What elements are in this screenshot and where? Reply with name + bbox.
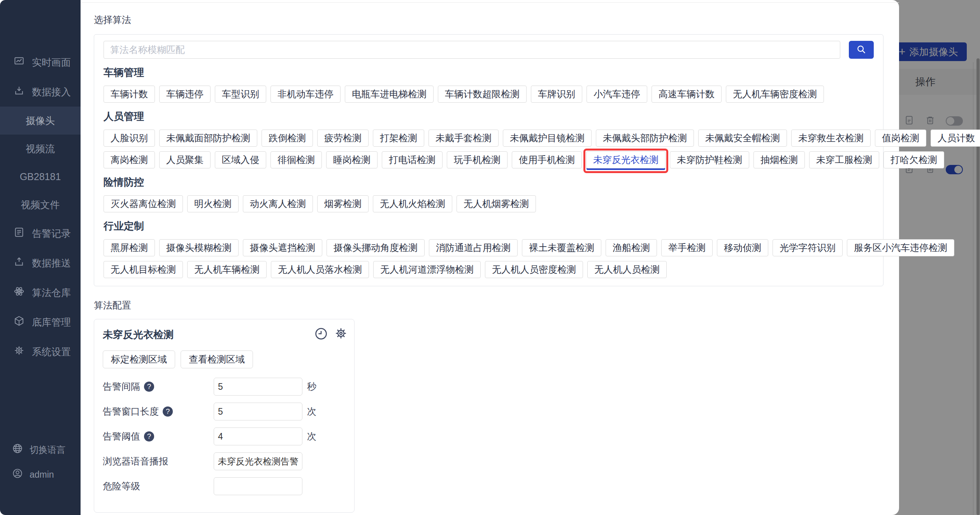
algorithm-chip[interactable]: 使用手机检测: [512, 151, 582, 168]
algorithm-chip[interactable]: 移动侦测: [717, 239, 768, 256]
algorithm-chip[interactable]: 未佩戴安全帽检测: [698, 130, 787, 147]
algorithm-chip[interactable]: 无人机车辆密度检测: [726, 86, 824, 103]
algorithm-chip[interactable]: 无人机人员密度检测: [485, 261, 583, 278]
algorithm-chip[interactable]: 摄像头遮挡检测: [243, 239, 322, 256]
sidebar-item-9[interactable]: 底库管理: [0, 307, 81, 337]
algorithm-chip[interactable]: 车牌识别: [531, 86, 582, 103]
sidebar-item-1[interactable]: 数据接入: [0, 77, 81, 107]
clock-icon[interactable]: [314, 326, 328, 343]
algorithm-chip[interactable]: 未戴手套检测: [429, 130, 499, 147]
gear-icon[interactable]: [334, 326, 348, 343]
algorithm-chip[interactable]: 车型识别: [215, 86, 266, 103]
algorithm-chip[interactable]: 车辆计数: [104, 86, 155, 103]
algorithm-chip[interactable]: 渔船检测: [606, 239, 657, 256]
chip-row: 车辆计数车辆违停车型识别非机动车违停电瓶车进电梯检测车辆计数超限检测车牌识别小汽…: [104, 86, 874, 103]
algorithm-chip[interactable]: 车辆违停: [159, 86, 211, 103]
field-input-4[interactable]: [214, 477, 302, 495]
algorithm-chip[interactable]: 人脸识别: [104, 130, 155, 147]
algorithm-chip[interactable]: 无人机人员检测: [587, 261, 667, 278]
algorithm-chip[interactable]: 无人机火焰检测: [373, 195, 452, 212]
algorithm-config-title: 算法配置: [94, 300, 883, 311]
algorithm-chip[interactable]: 消防通道占用检测: [429, 239, 518, 256]
algorithm-categories: 车辆管理车辆计数车辆违停车型识别非机动车违停电瓶车进电梯检测车辆计数超限检测车牌…: [104, 66, 874, 278]
calibrate-region-button[interactable]: 标定检测区域: [103, 350, 175, 368]
sidebar-item-admin[interactable]: admin: [0, 462, 81, 487]
search-button[interactable]: [849, 41, 874, 59]
algorithm-chip[interactable]: 未穿防护鞋检测: [670, 151, 749, 168]
algorithm-chip[interactable]: 打电话检测: [382, 151, 443, 168]
algorithm-chip[interactable]: 光学字符识别: [773, 239, 843, 256]
algorithm-chip[interactable]: 动火离人检测: [243, 195, 313, 212]
sidebar-item-3[interactable]: 视频流: [0, 135, 81, 163]
sidebar-item-5[interactable]: 视频文件: [0, 191, 81, 219]
field-unit: 次: [307, 430, 316, 443]
sidebar-item-7[interactable]: 数据推送: [0, 248, 81, 278]
algorithm-chip[interactable]: 未佩戴护目镜检测: [503, 130, 592, 147]
algorithm-chip[interactable]: 服务区小汽车违停检测: [847, 239, 954, 256]
algorithm-chip[interactable]: 值岗检测: [875, 130, 926, 147]
sidebar-item-10[interactable]: 系统设置: [0, 337, 81, 366]
field-label: 浏览器语音播报: [103, 455, 214, 468]
algorithm-chip[interactable]: 人员计数: [931, 130, 980, 147]
algorithm-chip[interactable]: 打哈欠检测: [883, 151, 944, 168]
sidebar-item-4[interactable]: GB28181: [0, 163, 81, 191]
algorithm-chip[interactable]: 睡岗检测: [326, 151, 378, 168]
algorithm-chip[interactable]: 未佩戴头部防护检测: [596, 130, 694, 147]
config-card-title: 未穿反光衣检测: [103, 328, 314, 342]
algorithm-chip[interactable]: 打架检测: [373, 130, 424, 147]
algorithm-chip[interactable]: 无人机人员落水检测: [271, 261, 369, 278]
search-icon: [855, 44, 867, 56]
sidebar-item-0[interactable]: 实时画面: [0, 47, 81, 77]
algorithm-chip[interactable]: 电瓶车进电梯检测: [345, 86, 434, 103]
algorithm-chip[interactable]: 徘徊检测: [270, 151, 322, 168]
algorithm-chip[interactable]: 摄像头挪动角度检测: [327, 239, 425, 256]
algorithm-chip[interactable]: 区域入侵: [215, 151, 266, 168]
category-header: 人员管理: [104, 110, 874, 123]
algorithm-chip[interactable]: 烟雾检测: [317, 195, 369, 212]
algorithm-chip[interactable]: 跌倒检测: [262, 130, 313, 147]
help-icon[interactable]: ?: [163, 406, 173, 417]
algorithm-chip[interactable]: 抽烟检测: [753, 151, 805, 168]
algorithm-chip[interactable]: 无人机烟雾检测: [457, 195, 536, 212]
algorithm-chip[interactable]: 车辆计数超限检测: [438, 86, 527, 103]
sidebar-item-6[interactable]: 告警记录: [0, 219, 81, 248]
algorithm-chip[interactable]: 举手检测: [661, 239, 713, 256]
category-header: 行业定制: [104, 219, 874, 233]
config-field-row: 危险等级: [103, 477, 348, 495]
algorithm-chip[interactable]: 裸土未覆盖检测: [522, 239, 601, 256]
algorithm-chip[interactable]: 无人机车辆检测: [187, 261, 267, 278]
field-label: 告警窗口长度?: [103, 405, 214, 418]
divider: [81, 2, 899, 3]
algorithm-chip[interactable]: 明火检测: [187, 195, 239, 212]
chip-row: 黑屏检测摄像头模糊检测摄像头遮挡检测摄像头挪动角度检测消防通道占用检测裸土未覆盖…: [104, 239, 874, 256]
chip-row: 无人机目标检测无人机车辆检测无人机人员落水检测无人机河道漂浮物检测无人机人员密度…: [104, 261, 874, 278]
algorithm-chip[interactable]: 未穿工服检测: [809, 151, 879, 168]
field-input-1[interactable]: [214, 403, 302, 420]
algorithm-chip[interactable]: 离岗检测: [104, 151, 155, 168]
algorithm-chip-selected[interactable]: 未穿反光衣检测: [586, 151, 666, 168]
help-icon[interactable]: ?: [144, 431, 154, 441]
field-input-3[interactable]: [214, 452, 302, 470]
algorithm-chip[interactable]: 小汽车违停: [587, 86, 647, 103]
field-input-2[interactable]: [214, 427, 302, 445]
algorithm-chip[interactable]: 未佩戴面部防护检测: [159, 130, 257, 147]
algorithm-chip[interactable]: 摄像头模糊检测: [159, 239, 239, 256]
algorithm-chip[interactable]: 非机动车违停: [270, 86, 341, 103]
algorithm-chip[interactable]: 未穿救生衣检测: [791, 130, 871, 147]
algorithm-chip[interactable]: 无人机目标检测: [104, 261, 183, 278]
help-icon[interactable]: ?: [144, 382, 154, 392]
sidebar-item-2[interactable]: 摄像头: [0, 107, 81, 135]
algorithm-chip[interactable]: 玩手机检测: [447, 151, 508, 168]
sidebar-item-switch-language[interactable]: 切换语言: [0, 437, 81, 462]
algorithm-chip[interactable]: 疲劳检测: [317, 130, 369, 147]
algorithm-chip[interactable]: 人员聚集: [159, 151, 211, 168]
algorithm-chip[interactable]: 黑屏检测: [104, 239, 155, 256]
view-region-button[interactable]: 查看检测区域: [181, 350, 253, 368]
algorithm-chip[interactable]: 无人机河道漂浮物检测: [373, 261, 481, 278]
algorithm-chip[interactable]: 灭火器离位检测: [104, 195, 183, 212]
field-input-0[interactable]: [214, 378, 302, 396]
algorithm-chip[interactable]: 高速车辆计数: [652, 86, 722, 103]
search-input[interactable]: [104, 41, 840, 59]
sidebar-item-8[interactable]: 算法仓库: [0, 278, 81, 307]
app-root: + 添加摄像头 操作 实时画面数据接入摄像头视频流GB28181视频文件告警记录…: [0, 0, 980, 515]
